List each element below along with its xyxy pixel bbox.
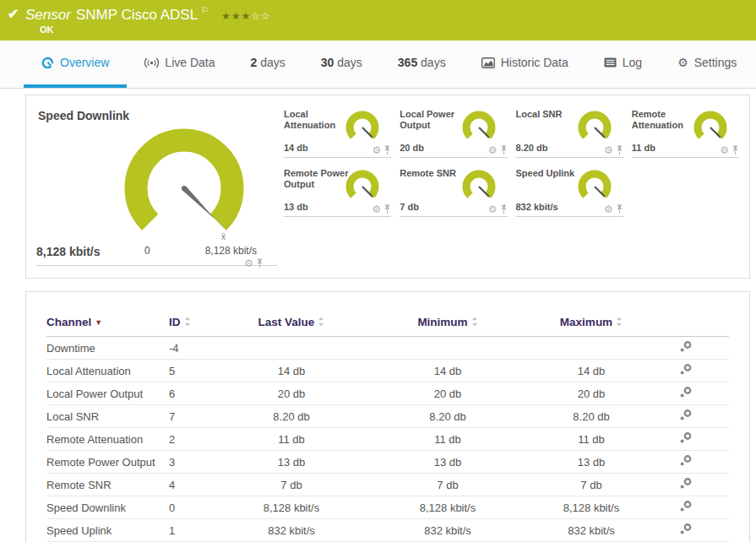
channel-settings-icon[interactable] xyxy=(679,523,693,538)
speed-downlink-gauge: x̄ xyxy=(108,122,260,247)
channel-settings-icon[interactable] xyxy=(679,431,693,447)
column-header-actions xyxy=(642,316,729,337)
channel-id: 0 xyxy=(169,496,228,519)
channel-last-value xyxy=(228,337,355,360)
stars-empty[interactable]: ☆☆ xyxy=(251,10,271,22)
broadcast-icon xyxy=(144,57,159,68)
mini-gauge-label: Speed Uplink xyxy=(516,165,581,179)
mini-gauge-dial xyxy=(457,170,501,205)
gauge-settings-gear-icon[interactable]: ⚙ xyxy=(372,204,381,214)
channel-id: 6 xyxy=(169,382,228,405)
pin-icon[interactable] xyxy=(256,258,264,268)
channel-table: Channel▼ ID Last Value Minimum Maximum D… xyxy=(46,316,729,542)
channel-name: Local SNR xyxy=(46,405,169,428)
gauge-settings-gear-icon[interactable]: ⚙ xyxy=(604,145,613,155)
tab-365-days[interactable]: 365 days xyxy=(380,41,464,88)
channel-name: Remote Power Output xyxy=(46,451,169,474)
sensor-title: SNMP Cisco ADSL xyxy=(76,7,198,23)
table-row: Downtime -4 xyxy=(46,337,729,360)
channel-last-value: 14 db xyxy=(228,360,355,382)
tab-settings[interactable]: ⚙ Settings xyxy=(660,41,754,88)
sort-icon xyxy=(318,317,324,327)
channel-settings-icon[interactable] xyxy=(679,500,693,515)
tab-label: Log xyxy=(623,56,642,69)
main-gauge-speed-downlink: Speed Downlink x̄ 8,128 kbit/s 0 8,128 k… xyxy=(36,102,277,266)
tab-label: Live Data xyxy=(165,56,215,69)
gauge-settings-gear-icon[interactable]: ⚙ xyxy=(604,204,613,214)
tab-label: Historic Data xyxy=(501,56,568,69)
channel-last-value: 832 kbit/s xyxy=(228,519,355,542)
table-header-row: Channel▼ ID Last Value Minimum Maximum xyxy=(46,316,729,337)
stars-filled[interactable]: ★★★ xyxy=(221,10,251,22)
pin-icon[interactable] xyxy=(383,145,391,155)
gauge-icon xyxy=(41,57,54,68)
status-badge: OK xyxy=(40,24,54,35)
flag-icon[interactable]: ⚐ xyxy=(201,5,209,15)
sort-desc-icon: ▼ xyxy=(95,318,102,327)
gauge-settings-gear-icon[interactable]: ⚙ xyxy=(244,258,253,268)
column-header-maximum[interactable]: Maximum xyxy=(541,316,642,337)
channel-settings-icon[interactable] xyxy=(679,477,693,492)
channel-minimum: 20 db xyxy=(355,382,541,405)
average-marker: x̄ xyxy=(221,232,226,241)
gauge-settings-gear-icon[interactable]: ⚙ xyxy=(720,145,729,155)
column-header-last-value[interactable]: Last Value xyxy=(228,316,355,337)
channel-settings-icon[interactable] xyxy=(679,340,693,355)
table-row: Local Attenuation 5 14 db 14 db 14 db xyxy=(46,360,729,382)
mini-gauge-value: 14 db xyxy=(284,143,308,153)
pin-icon[interactable] xyxy=(383,204,391,214)
channel-settings-icon[interactable] xyxy=(679,454,693,469)
tab-live-data[interactable]: Live Data xyxy=(127,41,232,88)
gauge-scale-min: 0 xyxy=(144,245,150,257)
channel-minimum: 7 db xyxy=(355,474,541,496)
column-header-minimum[interactable]: Minimum xyxy=(355,316,541,337)
mini-gauge-grid: Local Attenuation 14 db ⚙ Local Power Ou… xyxy=(277,102,739,271)
mini-gauge-value: 8.20 db xyxy=(516,143,548,153)
channel-maximum: 20 db xyxy=(541,382,642,405)
channel-settings-icon[interactable] xyxy=(679,363,693,378)
table-row: Speed Downlink 0 8,128 kbit/s 8,128 kbit… xyxy=(46,496,729,519)
mini-gauge-speed-uplink: Speed Uplink 832 kbit/s ⚙ xyxy=(516,165,623,217)
priority-stars[interactable]: ★★★☆☆ xyxy=(221,10,271,22)
tab-2-days[interactable]: 2 days xyxy=(233,41,303,88)
mini-gauge-local-snr: Local SNR 8.20 db ⚙ xyxy=(516,106,623,158)
tab-overview[interactable]: Overview xyxy=(24,41,127,88)
channel-name: Speed Downlink xyxy=(46,496,169,519)
pin-icon[interactable] xyxy=(732,145,739,155)
channel-maximum: 7 db xyxy=(541,474,642,496)
mini-gauge-dial xyxy=(573,170,617,205)
channel-name: Remote SNR xyxy=(46,474,169,496)
channel-id: 2 xyxy=(169,428,228,451)
column-header-id[interactable]: ID xyxy=(169,316,228,337)
pin-icon[interactable] xyxy=(500,204,508,214)
gauge-settings-gear-icon[interactable]: ⚙ xyxy=(488,145,498,155)
channel-settings-icon[interactable] xyxy=(679,386,693,401)
mini-gauge-remote-snr: Remote SNR 7 db ⚙ xyxy=(400,165,507,217)
pin-icon[interactable] xyxy=(500,145,508,155)
channel-last-value: 8.20 db xyxy=(228,405,355,428)
pin-icon[interactable] xyxy=(616,204,623,214)
tab-historic-data[interactable]: Historic Data xyxy=(464,41,586,88)
channel-name: Downtime xyxy=(46,337,169,360)
table-row: Remote Attenuation 2 11 db 11 db 11 db xyxy=(46,428,729,451)
mini-gauge-label: Remote SNR xyxy=(400,165,465,179)
main-gauge-title: Speed Downlink xyxy=(36,102,277,122)
channel-id: 3 xyxy=(169,451,228,474)
mini-gauge-label: Remote Power Output xyxy=(284,165,349,190)
pin-icon[interactable] xyxy=(616,145,623,155)
channel-minimum: 832 kbit/s xyxy=(355,519,541,542)
tab-log[interactable]: Log xyxy=(586,41,660,88)
channel-settings-icon[interactable] xyxy=(679,409,693,424)
table-row: Remote Power Output 3 13 db 13 db 13 db xyxy=(46,451,729,474)
gauge-settings-gear-icon[interactable]: ⚙ xyxy=(488,204,498,214)
tab-30-days[interactable]: 30 days xyxy=(303,41,380,88)
tab-bar: Overview Live Data 2 days 30 days 365 da… xyxy=(0,41,756,89)
channel-maximum: 8,128 kbit/s xyxy=(541,496,642,519)
channel-last-value: 13 db xyxy=(228,451,355,474)
tab-label: Overview xyxy=(60,56,109,69)
channel-minimum xyxy=(355,337,541,360)
column-header-channel[interactable]: Channel▼ xyxy=(46,316,169,337)
sort-icon xyxy=(616,317,623,327)
channel-id: 5 xyxy=(169,360,228,382)
gauge-settings-gear-icon[interactable]: ⚙ xyxy=(372,145,381,155)
